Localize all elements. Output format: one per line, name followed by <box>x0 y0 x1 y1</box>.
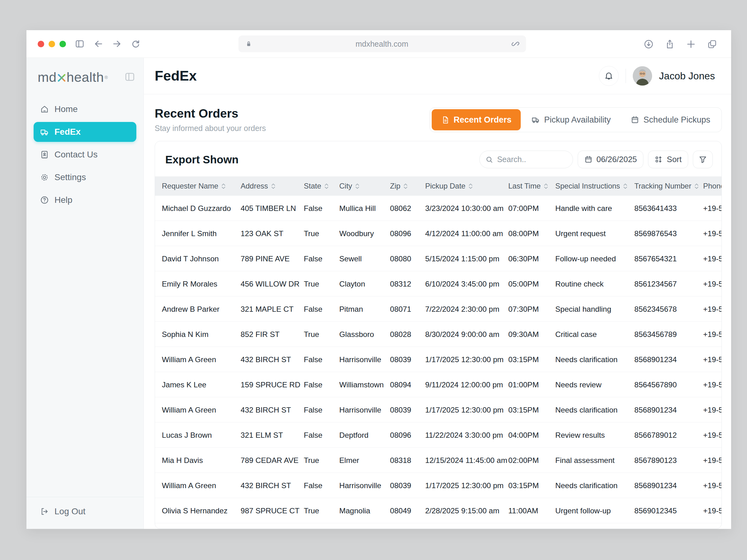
notifications-button[interactable] <box>599 66 619 86</box>
mdxhealth-logo: mdhealth® <box>38 70 108 85</box>
sort-icon <box>654 155 663 164</box>
column-sort-icon[interactable] <box>324 183 329 189</box>
view-tabs: Recent Orders Pickup Availability <box>430 107 722 132</box>
link-icon[interactable] <box>511 39 520 48</box>
date-picker-button[interactable]: 06/26/2025 <box>578 151 643 168</box>
table-row: Andrew B Parker321 MAPLE CTFalsePitman08… <box>155 296 721 322</box>
tab-label: Recent Orders <box>454 115 511 125</box>
cell-last_time: 02:00PM <box>508 456 555 465</box>
zoom-button[interactable] <box>59 41 66 47</box>
cell-state: False <box>304 380 339 389</box>
filter-button[interactable] <box>693 151 713 168</box>
logo-text-md: md <box>38 70 57 85</box>
collapse-sidebar-icon[interactable] <box>124 71 135 84</box>
column-sort-icon[interactable] <box>694 183 699 189</box>
tab-recent-orders[interactable]: Recent Orders <box>432 109 521 130</box>
truck-icon <box>531 115 540 124</box>
cell-requester: William A Green <box>162 406 240 415</box>
cell-phone: +19-555 <box>703 456 721 465</box>
url-bar[interactable]: mdxhealth.com <box>238 35 526 52</box>
column-sort-icon[interactable] <box>468 183 473 189</box>
cell-last_time: 03:15PM <box>508 406 555 415</box>
downloads-icon[interactable] <box>643 39 654 50</box>
sidebar-item-home[interactable]: Home <box>34 99 136 119</box>
cell-last_time: 05:00PM <box>508 280 555 288</box>
tab-schedule-pickups[interactable]: Schedule Pickups <box>621 109 720 130</box>
sidebar-item-fedex[interactable]: FedEx <box>34 122 136 142</box>
cell-tracking: 8562345678 <box>634 305 703 314</box>
cell-zip: 08062 <box>390 204 425 213</box>
help-icon <box>40 195 49 205</box>
tab-overview-icon[interactable] <box>707 39 717 50</box>
cell-address: 789 CEDAR AVE <box>240 456 304 465</box>
column-header[interactable]: Zip <box>390 182 425 190</box>
sidebar-toggle-icon[interactable] <box>75 39 85 49</box>
cell-phone: +19-555 <box>703 330 721 339</box>
column-header[interactable]: State <box>304 182 339 190</box>
column-sort-icon[interactable] <box>271 183 276 189</box>
cell-tracking: 8561234567 <box>634 280 703 288</box>
column-header[interactable]: Phone <box>703 182 722 190</box>
table-row: Emily R Morales456 WILLOW DRTrueClayton0… <box>155 271 721 296</box>
cell-zip: 08028 <box>390 330 425 339</box>
sidebar-item-contact-us[interactable]: Contact Us <box>34 145 136 165</box>
back-icon[interactable] <box>93 39 103 49</box>
cell-address: 321 ELM ST <box>240 431 304 439</box>
column-sort-icon[interactable] <box>403 183 408 189</box>
column-header[interactable]: City <box>339 182 390 190</box>
column-header[interactable]: Special Instructions <box>555 182 634 190</box>
cell-zip: 08312 <box>390 280 425 288</box>
cell-phone: +19-555 <box>703 229 721 238</box>
cell-pickup_date: 5/15/2024 1:15:00 pm <box>425 255 508 263</box>
avatar[interactable] <box>633 66 652 85</box>
search-input[interactable] <box>497 155 567 164</box>
cell-city: Woodbury <box>339 229 390 238</box>
share-icon[interactable] <box>665 39 675 50</box>
chrome-actions <box>643 30 717 58</box>
cell-city: Mullica Hill <box>339 204 390 213</box>
close-button[interactable] <box>38 41 44 47</box>
cell-tracking: 8568901234 <box>634 355 703 364</box>
column-label: City <box>339 182 352 190</box>
cell-zip: 08080 <box>390 255 425 263</box>
filter-funnel-icon <box>698 155 707 164</box>
column-header[interactable]: Tracking Number <box>634 182 703 190</box>
column-sort-icon[interactable] <box>544 183 548 189</box>
column-sort-icon[interactable] <box>623 183 627 189</box>
truck-icon <box>40 127 49 137</box>
column-header[interactable]: Requester Name <box>162 182 240 190</box>
cell-tracking: 8564567890 <box>634 380 703 389</box>
section-subtitle: Stay informed about your orders <box>155 124 266 133</box>
column-header[interactable]: Last Time <box>508 182 555 190</box>
column-sort-icon[interactable] <box>221 183 226 189</box>
cell-tracking: 8569876543 <box>634 229 703 238</box>
logout-button[interactable]: Log Out <box>26 497 144 529</box>
cell-phone: +19-555 <box>703 380 721 389</box>
cell-city: Elmer <box>339 456 390 465</box>
column-label: Tracking Number <box>634 182 691 190</box>
cell-pickup_date: 11/22/2024 3:30:00 pm <box>425 431 508 439</box>
sidebar-item-label: Home <box>54 104 78 114</box>
column-sort-icon[interactable] <box>355 183 360 189</box>
column-header[interactable]: Pickup Date <box>425 182 508 190</box>
cell-tracking: 8569012345 <box>634 506 703 515</box>
cell-pickup_date: 1/17/2025 12:30:00 pm <box>425 481 508 490</box>
forward-icon[interactable] <box>112 39 122 49</box>
sort-button[interactable]: Sort <box>648 151 688 168</box>
cell-tracking: 8563641433 <box>634 204 703 213</box>
page-title: FedEx <box>155 68 197 84</box>
sidebar-item-help[interactable]: Help <box>34 190 136 210</box>
document-icon <box>441 116 449 124</box>
cell-instructions: Routine check <box>555 280 634 288</box>
reload-icon[interactable] <box>131 39 141 49</box>
new-tab-icon[interactable] <box>686 39 696 50</box>
cell-city: Harrisonville <box>339 481 390 490</box>
minimize-button[interactable] <box>49 41 55 47</box>
sidebar-item-settings[interactable]: Settings <box>34 167 136 187</box>
logo-trademark: ® <box>105 75 108 80</box>
column-header[interactable]: Address <box>240 182 304 190</box>
cell-zip: 08096 <box>390 431 425 439</box>
tab-label: Schedule Pickups <box>643 115 710 125</box>
cell-state: False <box>304 481 339 490</box>
tab-pickup-availability[interactable]: Pickup Availability <box>522 109 620 130</box>
